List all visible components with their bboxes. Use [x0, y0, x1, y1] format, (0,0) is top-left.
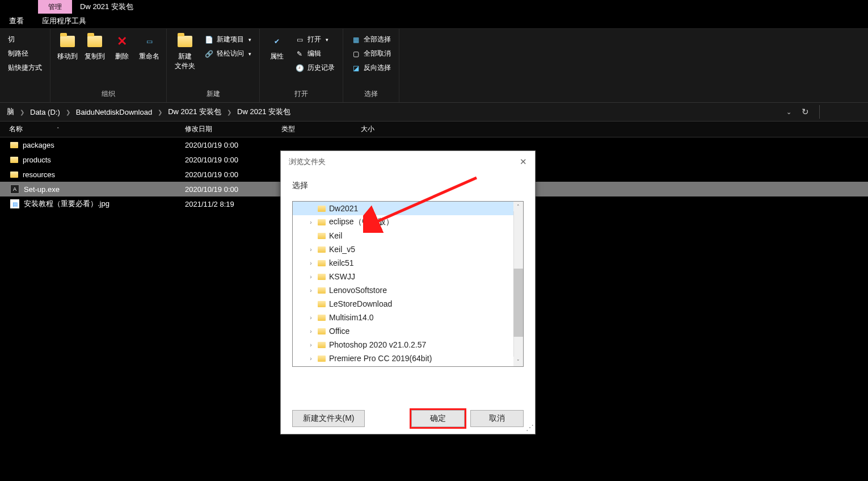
folder-tree: Dw2021›eclipse（中文版） Keil›Keil_v5›keilc51… [292, 201, 524, 367]
chevron-right-icon: ❯ [157, 109, 163, 115]
tree-item[interactable]: ›Keil_v5 [293, 242, 523, 256]
easy-access-icon: 🔗 [204, 49, 213, 58]
ribbon-copy-path[interactable]: 制路径 [8, 49, 42, 58]
scroll-up-icon[interactable]: ˄ [513, 202, 523, 211]
bc-item-1[interactable]: Data (D:) [27, 108, 64, 116]
tree-item[interactable]: ›KSWJJ [293, 270, 523, 283]
expand-icon[interactable]: › [307, 315, 314, 321]
tree-item[interactable]: Dw2021 [293, 202, 523, 215]
tree-item[interactable]: ›Premiere Pro CC 2019(64bit) [293, 352, 523, 365]
folder-icon [318, 301, 326, 307]
file-name: Set-up.exe [24, 185, 60, 194]
file-date: 2020/10/19 0:00 [185, 141, 281, 149]
folder-icon [60, 34, 75, 49]
copy-to-button[interactable]: 复制到 [81, 31, 108, 61]
col-type[interactable]: 类型 [281, 124, 361, 134]
close-icon[interactable]: ✕ [520, 157, 527, 167]
tree-item[interactable]: ›LenovoSoftstore [293, 283, 523, 297]
select-none-button[interactable]: ▢全部取消 [347, 48, 395, 60]
tree-item-label: keilc51 [329, 258, 354, 267]
expand-icon[interactable]: › [307, 260, 314, 266]
invert-icon: ◪ [351, 64, 360, 73]
tree-item[interactable]: LeStoreDownload [293, 297, 523, 311]
easy-access-button[interactable]: 🔗轻松访问▾ [200, 48, 256, 60]
expand-icon[interactable]: › [307, 274, 314, 280]
properties-button[interactable]: ✔ 属性 [263, 31, 290, 61]
ok-button[interactable]: 确定 [411, 410, 465, 427]
ribbon-paste-shortcut[interactable]: 贴快捷方式 [8, 63, 42, 73]
scroll-thumb[interactable] [513, 269, 523, 337]
history-button[interactable]: 🕘历史记录 [290, 62, 339, 74]
edit-button[interactable]: ✎编辑 [290, 48, 339, 60]
scroll-down-icon[interactable]: ˅ [513, 357, 523, 366]
tree-item-label: Dw2021 [329, 204, 358, 213]
breadcrumb[interactable]: 脑❯ Data (D:)❯ BaiduNetdiskDownload❯ Dw 2… [0, 102, 868, 122]
select-all-button[interactable]: ▦全部选择 [347, 34, 395, 45]
col-size[interactable]: 大小 [361, 124, 418, 134]
tree-item[interactable]: ›Office [293, 324, 523, 338]
expand-icon[interactable]: › [307, 355, 314, 362]
delete-icon: ✕ [114, 34, 130, 49]
refresh-icon[interactable]: ↻ [802, 107, 809, 117]
col-date[interactable]: 修改日期 [185, 124, 281, 134]
ribbon-cut[interactable]: 切 [8, 35, 42, 44]
expand-icon[interactable]: › [307, 219, 314, 225]
bc-item-4[interactable]: Dw 2021 安装包 [234, 107, 294, 117]
file-name: 安装教程（重要必看）.jpg [24, 199, 109, 209]
bc-item-3[interactable]: Dw 2021 安装包 [165, 107, 225, 117]
dialog-select-label: 选择 [292, 176, 524, 201]
folder-icon [318, 355, 326, 362]
folder-icon [10, 157, 18, 163]
expand-icon[interactable]: › [307, 287, 314, 294]
expand-icon[interactable]: › [307, 246, 314, 253]
folder-icon [318, 246, 326, 253]
folder-icon [318, 342, 326, 348]
title-tab-row: 管理 Dw 2021 安装包 [0, 0, 868, 14]
tree-item[interactable]: Keil [293, 229, 523, 242]
expand-icon[interactable]: › [307, 342, 314, 348]
scrollbar[interactable]: ˄ ˅ [513, 202, 523, 366]
rename-button[interactable]: ▭ 重命名 [136, 31, 163, 61]
exe-icon: A [10, 185, 19, 194]
folder-icon [318, 233, 326, 239]
tree-item-label: Office [329, 327, 349, 336]
dialog-title: 浏览文件夹 [289, 157, 326, 167]
tree-item-label: Keil [329, 231, 342, 240]
menu-view[interactable]: 查看 [0, 14, 33, 28]
menu-app-tools[interactable]: 应用程序工具 [33, 14, 95, 28]
move-to-button[interactable]: 移动到 [54, 31, 81, 61]
bc-item-0[interactable]: 脑 [3, 107, 18, 117]
folder-icon [87, 34, 103, 49]
delete-button[interactable]: ✕ 删除 [108, 31, 136, 61]
open-button[interactable]: ▭打开▾ [290, 34, 339, 45]
search-input[interactable] [819, 105, 859, 119]
chevron-right-icon: ❯ [19, 109, 26, 115]
tree-item[interactable]: ›keilc51 [293, 256, 523, 270]
column-headers[interactable]: 名称˄ 修改日期 类型 大小 [0, 122, 868, 137]
image-icon: ▤ [10, 199, 19, 208]
folder-icon [10, 172, 18, 178]
tree-item[interactable]: ›Multisim14.0 [293, 311, 523, 324]
tree-item[interactable]: ›Photoshop 2020 v21.0.2.57 [293, 338, 523, 352]
tree-item[interactable]: ›eclipse（中文版） [293, 215, 523, 229]
new-folder-button[interactable]: 新建 文件夹 [170, 31, 200, 71]
tree-item-label: Keil_v5 [329, 245, 355, 254]
tab-manage[interactable]: 管理 [38, 0, 72, 14]
new-item-icon: 📄 [204, 35, 213, 44]
ribbon: 切 制路径 贴快捷方式 移动到 复制到 ✕ 删除 ▭ 重命名 组织 [0, 28, 868, 102]
ribbon-group-organize: 移动到 复制到 ✕ 删除 ▭ 重命名 组织 [50, 29, 167, 102]
chevron-down-icon[interactable]: ⌄ [786, 108, 791, 116]
col-name[interactable]: 名称˄ [9, 124, 185, 134]
expand-icon[interactable]: › [307, 328, 314, 334]
invert-selection-button[interactable]: ◪反向选择 [347, 62, 395, 74]
new-item-button[interactable]: 📄新建项目▾ [200, 34, 256, 45]
resize-grip-icon[interactable]: ⋰ [526, 425, 534, 433]
folder-icon [10, 142, 18, 148]
new-folder-button[interactable]: 新建文件夹(M) [292, 410, 365, 427]
folder-icon [318, 219, 326, 225]
cancel-button[interactable]: 取消 [470, 410, 524, 427]
file-date: 2020/10/19 0:00 [185, 156, 281, 164]
file-date: 2020/10/19 0:00 [185, 170, 281, 179]
ribbon-group-new: 新建 文件夹 📄新建项目▾ 🔗轻松访问▾ 新建 [167, 29, 260, 102]
bc-item-2[interactable]: BaiduNetdiskDownload [73, 108, 155, 116]
